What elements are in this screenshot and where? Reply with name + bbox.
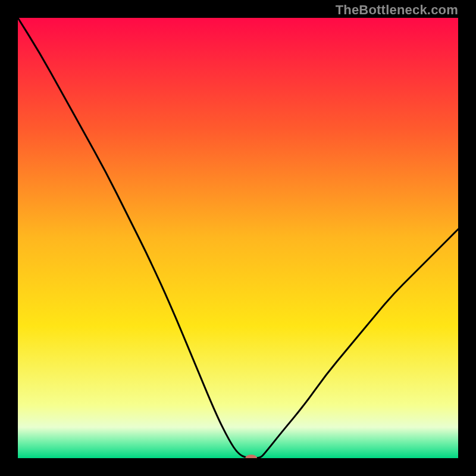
- chart-frame: TheBottleneck.com: [0, 0, 476, 476]
- chart-svg: [18, 18, 458, 458]
- gradient-rect: [18, 18, 458, 458]
- watermark-text: TheBottleneck.com: [336, 2, 458, 18]
- plot-area: [18, 18, 458, 458]
